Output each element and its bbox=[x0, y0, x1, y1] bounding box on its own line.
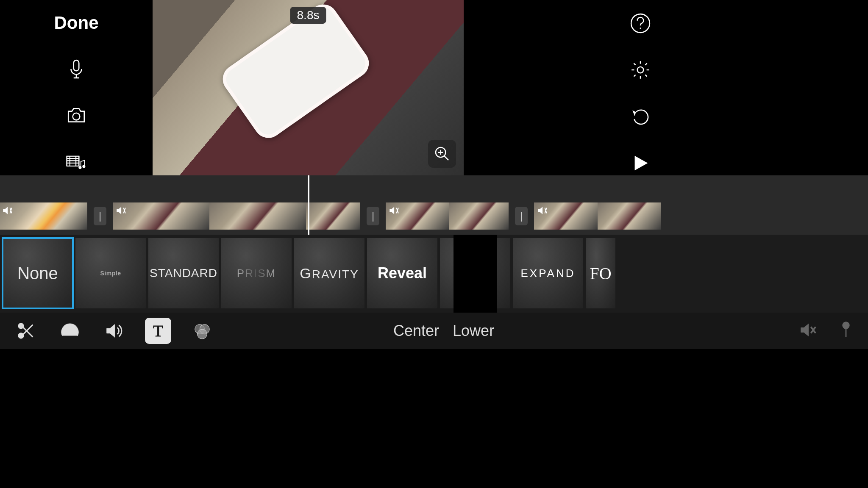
top-section: Done bbox=[0, 0, 868, 175]
timeline-clip[interactable] bbox=[113, 202, 360, 230]
align-lower-option[interactable]: Lower bbox=[453, 322, 494, 340]
volume-icon bbox=[104, 321, 124, 341]
undo-icon bbox=[630, 106, 651, 127]
title-style-focus[interactable]: FO bbox=[586, 238, 615, 308]
svg-point-1 bbox=[73, 113, 80, 120]
settings-button[interactable] bbox=[630, 59, 651, 80]
mute-indicator-icon bbox=[2, 205, 13, 216]
play-icon bbox=[631, 153, 650, 173]
title-style-prism[interactable]: PRISM bbox=[221, 238, 292, 308]
title-style-standard[interactable]: STANDARD bbox=[148, 238, 219, 308]
mute-indicator-icon bbox=[537, 205, 548, 216]
title-style-label: None bbox=[17, 264, 58, 283]
title-style-label: GRAVITY bbox=[300, 265, 359, 282]
mute-icon bbox=[798, 321, 817, 339]
play-button[interactable] bbox=[630, 152, 651, 174]
color-filter-icon bbox=[192, 321, 212, 341]
cut-tool[interactable] bbox=[13, 318, 39, 344]
title-style-simple[interactable]: Simple bbox=[75, 238, 146, 308]
timestamp-badge: 8.8s bbox=[290, 7, 326, 24]
volume-tool[interactable] bbox=[101, 318, 127, 344]
magnify-plus-icon bbox=[434, 145, 451, 162]
media-library-button[interactable] bbox=[66, 152, 87, 173]
done-button[interactable]: Done bbox=[54, 13, 99, 33]
camera-icon bbox=[66, 105, 87, 126]
scissors-icon bbox=[16, 321, 36, 341]
title-style-none[interactable]: None bbox=[3, 238, 73, 308]
left-toolbar: Done bbox=[0, 0, 153, 175]
title-style-label: EXPAND bbox=[521, 267, 576, 280]
title-alignment-group: Center Lower bbox=[393, 322, 494, 340]
camera-button[interactable] bbox=[66, 105, 87, 126]
voiceover-button[interactable] bbox=[66, 58, 87, 80]
mute-indicator-icon bbox=[388, 205, 399, 216]
title-style-expand[interactable]: EXPAND bbox=[513, 238, 583, 308]
preview-area: 8.8s bbox=[153, 0, 464, 175]
title-style-line[interactable]: LINE TITLE bbox=[440, 238, 510, 308]
mute-toggle[interactable] bbox=[798, 321, 817, 341]
microphone-icon bbox=[66, 58, 87, 80]
gear-icon bbox=[630, 59, 651, 80]
title-style-label: Reveal bbox=[378, 264, 427, 282]
transition-handle[interactable]: | bbox=[509, 202, 534, 230]
title-tool[interactable]: T bbox=[145, 318, 171, 344]
title-style-label: STANDARD bbox=[150, 266, 217, 280]
timeline-clip[interactable] bbox=[0, 202, 87, 230]
title-style-label: FO bbox=[590, 263, 611, 283]
timeline-strip: | | | bbox=[0, 202, 661, 230]
preview-image bbox=[153, 0, 464, 175]
title-style-gravity[interactable]: GRAVITY bbox=[294, 238, 364, 308]
svg-point-6 bbox=[631, 14, 650, 33]
align-center-option[interactable]: Center bbox=[393, 322, 439, 340]
svg-point-15 bbox=[198, 329, 207, 339]
svg-point-4 bbox=[82, 165, 85, 168]
mute-indicator-icon bbox=[115, 205, 126, 216]
filter-tool[interactable] bbox=[189, 318, 215, 344]
edit-tools-group: T bbox=[13, 318, 215, 344]
playhead[interactable] bbox=[308, 175, 309, 235]
title-style-reveal[interactable]: Reveal bbox=[367, 238, 437, 308]
svg-rect-0 bbox=[74, 60, 79, 71]
help-button[interactable] bbox=[630, 13, 651, 34]
title-style-picker: None Simple STANDARD PRISM GRAVITY Revea… bbox=[0, 235, 868, 313]
media-library-icon bbox=[66, 152, 87, 173]
timeline[interactable]: | | | bbox=[0, 175, 868, 235]
svg-text:T: T bbox=[153, 322, 163, 340]
svg-point-11 bbox=[69, 333, 71, 336]
pin-icon bbox=[837, 321, 855, 339]
transition-handle[interactable]: | bbox=[87, 202, 113, 230]
svg-point-8 bbox=[637, 67, 644, 73]
undo-button[interactable] bbox=[630, 106, 651, 127]
pin-toggle[interactable] bbox=[837, 321, 855, 341]
bottom-right-group bbox=[798, 321, 855, 341]
title-style-label: LINE TITLE bbox=[453, 235, 497, 313]
bottom-toolbar: T Center Lower bbox=[0, 313, 868, 349]
speed-tool[interactable] bbox=[57, 318, 83, 344]
title-style-label: Simple bbox=[100, 270, 121, 277]
right-toolbar bbox=[464, 0, 715, 175]
text-icon: T bbox=[148, 321, 168, 341]
transition-handle[interactable]: | bbox=[360, 202, 386, 230]
help-icon bbox=[630, 13, 651, 34]
speedometer-icon bbox=[60, 321, 80, 341]
timeline-clip[interactable] bbox=[534, 202, 661, 230]
svg-point-16 bbox=[843, 322, 849, 329]
zoom-button[interactable] bbox=[428, 140, 456, 168]
svg-point-3 bbox=[78, 166, 81, 169]
title-style-label: PRISM bbox=[237, 267, 276, 280]
timeline-clip[interactable] bbox=[386, 202, 509, 230]
svg-point-7 bbox=[640, 28, 641, 29]
